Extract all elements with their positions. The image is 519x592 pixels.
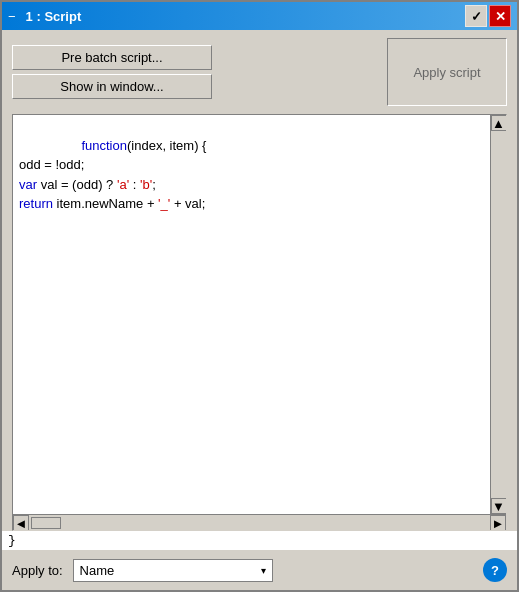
apply-to-dropdown[interactable]: Name ▾ [73,559,273,582]
toolbar: Pre batch script... Show in window... Ap… [2,30,517,114]
dropdown-arrow-icon: ▾ [261,565,266,576]
title-bar: − 1 : Script ✓ ✕ [2,2,517,30]
code-content[interactable]: function(index, item) { odd = !odd; var … [13,115,490,514]
title-bar-left: − 1 : Script [8,9,81,24]
scroll-right-arrow[interactable]: ► [490,515,506,531]
show-in-window-button[interactable]: Show in window... [12,74,212,99]
horizontal-scrollbar-row: ◄ ► [13,514,506,530]
arrow-down-icon: ▼ [492,499,505,514]
toolbar-left: Pre batch script... Show in window... [12,45,212,99]
closing-brace: } [2,531,517,550]
code-scroll-area: function(index, item) { odd = !odd; var … [13,115,506,514]
scroll-down-arrow[interactable]: ▼ [491,498,507,514]
help-button[interactable]: ? [483,558,507,582]
horizontal-scrollbar[interactable] [29,515,490,530]
main-window: − 1 : Script ✓ ✕ Pre batch script... Sho… [0,0,519,592]
close-button[interactable]: ✕ [489,5,511,27]
window-title: 1 : Script [26,9,82,24]
title-bar-controls: ✓ ✕ [465,5,511,27]
arrow-left-icon: ◄ [15,516,28,531]
arrow-right-icon: ► [492,516,505,531]
apply-to-label: Apply to: [12,563,63,578]
bottom-bar: Apply to: Name ▾ ? [2,550,517,590]
code-editor[interactable]: function(index, item) { odd = !odd; var … [12,114,507,531]
close-icon: ✕ [495,9,506,24]
scroll-track [491,131,506,498]
check-icon: ✓ [471,9,482,24]
apply-script-button[interactable]: Apply script [387,38,507,106]
check-button[interactable]: ✓ [465,5,487,27]
arrow-up-icon: ▲ [492,116,505,131]
h-scroll-thumb[interactable] [31,517,61,529]
dropdown-value: Name [80,563,115,578]
scroll-up-arrow[interactable]: ▲ [491,115,507,131]
pre-batch-button[interactable]: Pre batch script... [12,45,212,70]
vertical-scrollbar[interactable]: ▲ ▼ [490,115,506,514]
title-minus[interactable]: − [8,9,16,24]
scroll-left-arrow[interactable]: ◄ [13,515,29,531]
